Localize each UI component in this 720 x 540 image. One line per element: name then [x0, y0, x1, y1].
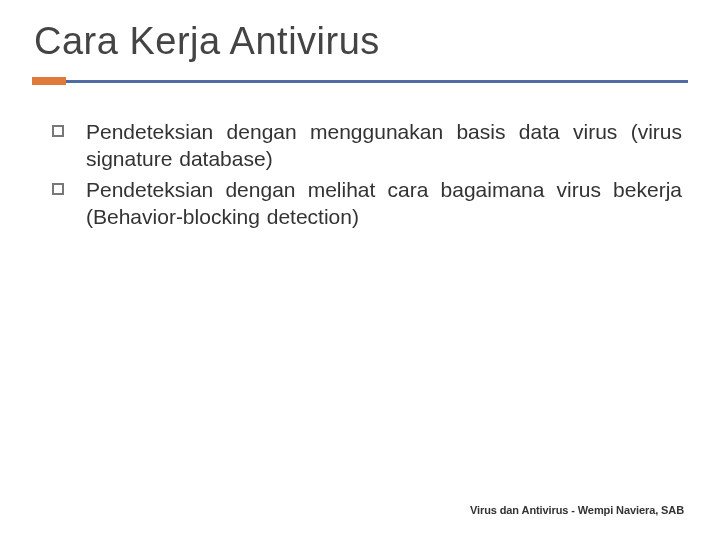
rule-accent	[32, 77, 66, 85]
square-bullet-icon	[52, 125, 64, 137]
rule-line	[32, 80, 688, 83]
square-bullet-icon	[52, 183, 64, 195]
slide: Cara Kerja Antivirus Pendeteksian dengan…	[0, 0, 720, 540]
bullet-text: Pendeteksian dengan menggunakan basis da…	[86, 119, 682, 173]
slide-footer: Virus dan Antivirus - Wempi Naviera, SAB	[470, 504, 684, 516]
slide-body: Pendeteksian dengan menggunakan basis da…	[32, 119, 688, 235]
list-item: Pendeteksian dengan menggunakan basis da…	[52, 119, 682, 173]
title-rule	[32, 77, 688, 85]
list-item: Pendeteksian dengan melihat cara bagaima…	[52, 177, 682, 231]
bullet-text: Pendeteksian dengan melihat cara bagaima…	[86, 177, 682, 231]
slide-title: Cara Kerja Antivirus	[32, 20, 688, 63]
